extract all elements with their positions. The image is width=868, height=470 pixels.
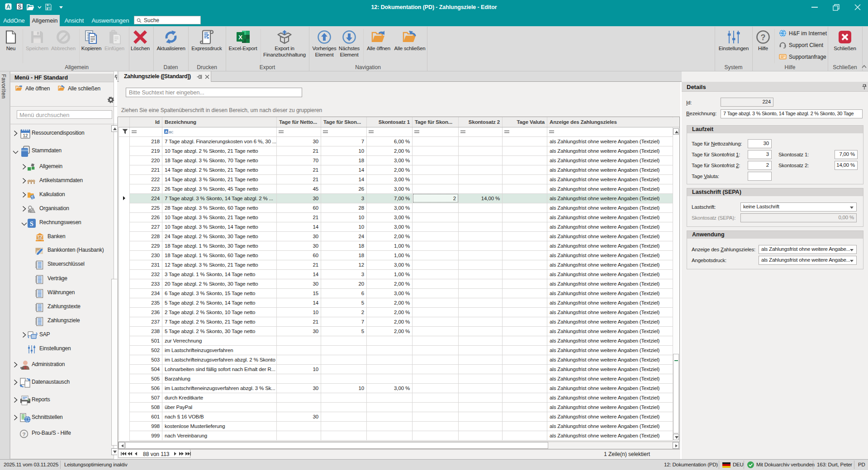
svg-text:BC: BC (169, 130, 174, 134)
svg-text:B: B (39, 236, 41, 240)
svg-text:A: A (165, 130, 168, 134)
svg-text:S: S (30, 221, 33, 227)
svg-text:X: X (238, 34, 242, 41)
svg-text:?: ? (22, 432, 25, 437)
svg-text:12: 12 (23, 133, 28, 138)
svg-text:?: ? (761, 33, 766, 42)
